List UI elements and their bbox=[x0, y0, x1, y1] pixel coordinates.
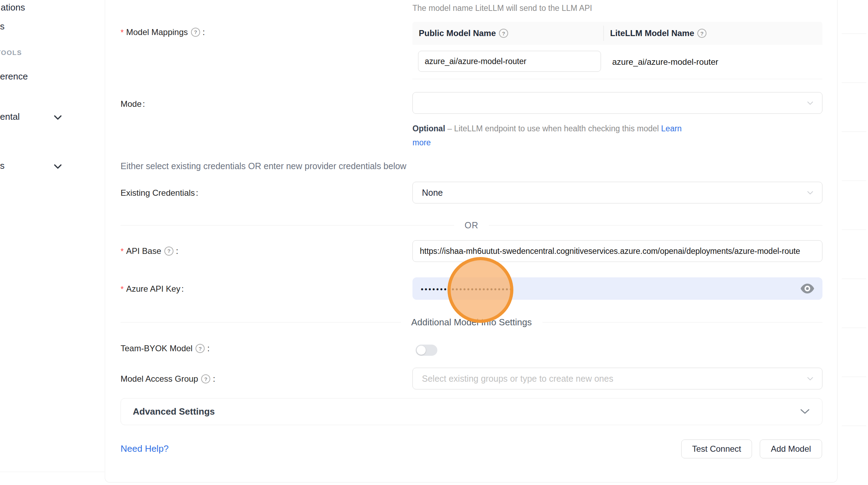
model-mappings-table: Public Model Name ? LiteLLM Model Name ?… bbox=[412, 22, 822, 79]
chevron-down-icon bbox=[806, 188, 814, 197]
model-name-hint: The model name LiteLLM will send to the … bbox=[412, 4, 592, 13]
chevron-down-icon[interactable] bbox=[54, 115, 62, 120]
sidebar-item-1[interactable]: s bbox=[0, 21, 5, 32]
chevron-down-icon bbox=[806, 374, 814, 383]
sidebar-section-tools: TOOLS bbox=[0, 49, 22, 57]
help-icon[interactable]: ? bbox=[201, 374, 210, 383]
azure-api-key-label: * Azure API Key : bbox=[121, 283, 184, 294]
help-icon[interactable]: ? bbox=[164, 247, 173, 256]
sidebar-item-experimental[interactable]: ental bbox=[0, 111, 20, 122]
or-divider: OR bbox=[121, 219, 822, 231]
additional-settings-divider: Additional Model Info Settings bbox=[121, 315, 822, 329]
team-byok-label: Team-BYOK Model ? : bbox=[121, 344, 210, 353]
chevron-down-icon bbox=[806, 99, 814, 107]
mode-select[interactable] bbox=[412, 92, 822, 114]
add-model-button[interactable]: Add Model bbox=[760, 439, 822, 458]
advanced-settings-panel[interactable]: Advanced Settings bbox=[121, 398, 822, 425]
learn-more-link[interactable]: Learn bbox=[661, 124, 682, 133]
model-access-group-placeholder: Select existing groups or type to create… bbox=[422, 374, 613, 384]
existing-credentials-select[interactable]: None bbox=[412, 182, 822, 203]
public-model-name-input[interactable] bbox=[418, 51, 601, 72]
model-mappings-label: * Model Mappings ? : bbox=[121, 27, 205, 37]
help-icon[interactable]: ? bbox=[499, 29, 508, 38]
table-row: azure_ai/azure-model-router bbox=[412, 45, 822, 79]
mode-label: Mode: bbox=[121, 99, 145, 109]
learn-more-link[interactable]: more bbox=[412, 138, 431, 147]
litellm-model-name-value: azure_ai/azure-model-router bbox=[612, 45, 718, 79]
model-access-group-label: Model Access Group ? : bbox=[121, 374, 215, 384]
mode-optional-hint: Optional – LiteLLM endpoint to use when … bbox=[412, 122, 714, 150]
credentials-note: Either select existing credentials OR en… bbox=[121, 161, 406, 171]
required-asterisk: * bbox=[121, 28, 124, 37]
required-asterisk: * bbox=[121, 247, 124, 256]
advanced-settings-title: Advanced Settings bbox=[133, 406, 215, 417]
api-base-input[interactable] bbox=[412, 240, 822, 262]
existing-credentials-label: Existing Credentials: bbox=[121, 188, 198, 198]
sidebar-item-inference[interactable]: erence bbox=[0, 71, 28, 82]
required-asterisk: * bbox=[121, 285, 124, 294]
sidebar-item-organizations[interactable]: ations bbox=[1, 2, 25, 13]
chevron-down-icon bbox=[800, 408, 810, 415]
test-connect-button[interactable]: Test Connect bbox=[681, 439, 752, 458]
toggle-knob bbox=[417, 346, 426, 355]
need-help-link[interactable]: Need Help? bbox=[121, 443, 169, 454]
help-icon[interactable]: ? bbox=[697, 29, 706, 38]
existing-credentials-value: None bbox=[422, 188, 443, 198]
sidebar-divider bbox=[0, 472, 104, 472]
help-icon[interactable]: ? bbox=[196, 344, 205, 353]
api-base-label: * API Base ? : bbox=[121, 245, 178, 256]
help-icon[interactable]: ? bbox=[191, 28, 200, 37]
eye-icon[interactable] bbox=[800, 282, 815, 295]
chevron-down-icon[interactable] bbox=[54, 164, 62, 169]
azure-api-key-input[interactable]: •••••••••••••••••••••••• bbox=[412, 277, 822, 300]
team-byok-toggle[interactable] bbox=[416, 345, 437, 356]
model-access-group-select[interactable]: Select existing groups or type to create… bbox=[412, 368, 822, 389]
table-header: Public Model Name ? LiteLLM Model Name ? bbox=[412, 22, 822, 45]
column-litellm-model-name: LiteLLM Model Name ? bbox=[603, 26, 822, 41]
masked-api-key: •••••••••••••••••••••••• bbox=[421, 285, 513, 293]
sidebar-item-settings[interactable]: s bbox=[0, 160, 5, 171]
column-public-model-name: Public Model Name ? bbox=[412, 28, 603, 38]
